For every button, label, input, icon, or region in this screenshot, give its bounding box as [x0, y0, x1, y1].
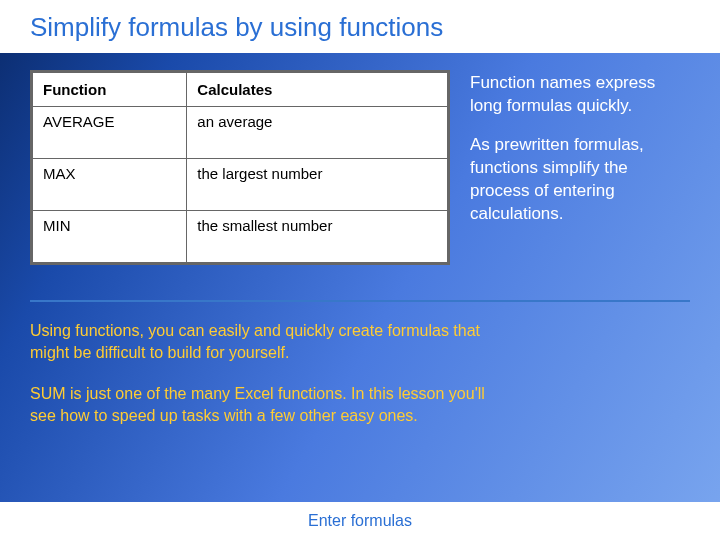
cell-desc: an average: [187, 107, 448, 159]
table-header-row: Function Calculates: [33, 73, 448, 107]
cell-fn: MAX: [33, 159, 187, 211]
cell-desc: the smallest number: [187, 211, 448, 263]
header-calculates: Calculates: [187, 73, 448, 107]
table-row: AVERAGE an average: [33, 107, 448, 159]
side-paragraph-2: As prewritten formulas, functions simpli…: [470, 134, 690, 226]
upper-row: Function Calculates AVERAGE an average M…: [30, 70, 690, 265]
slide-title: Simplify formulas by using functions: [0, 0, 720, 53]
side-text: Function names express long formulas qui…: [470, 70, 690, 265]
lower-paragraph-2: SUM is just one of the many Excel functi…: [30, 383, 510, 428]
footer-label: Enter formulas: [0, 502, 720, 540]
slide: Simplify formulas by using functions Fun…: [0, 0, 720, 540]
function-table: Function Calculates AVERAGE an average M…: [30, 70, 450, 265]
lower-paragraph-1: Using functions, you can easily and quic…: [30, 320, 510, 365]
cell-desc: the largest number: [187, 159, 448, 211]
table-row: MAX the largest number: [33, 159, 448, 211]
lower-text: Using functions, you can easily and quic…: [30, 320, 510, 446]
table-row: MIN the smallest number: [33, 211, 448, 263]
content-area: Function Calculates AVERAGE an average M…: [30, 70, 690, 265]
side-paragraph-1: Function names express long formulas qui…: [470, 72, 690, 118]
divider-line: [30, 300, 690, 302]
cell-fn: MIN: [33, 211, 187, 263]
header-function: Function: [33, 73, 187, 107]
cell-fn: AVERAGE: [33, 107, 187, 159]
